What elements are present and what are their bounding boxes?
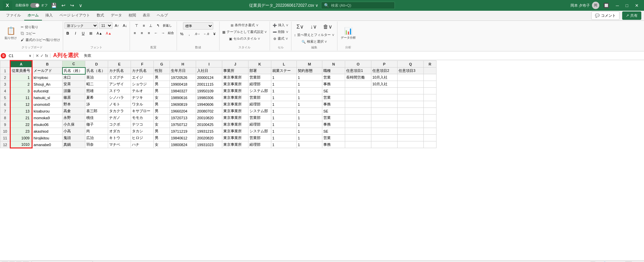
cell-r5-c12[interactable]: 1	[271, 94, 297, 101]
cell-r8-c17[interactable]	[398, 115, 424, 121]
format-painter-button[interactable]: 🖌 書式のコピー/貼り付け	[19, 37, 61, 43]
cell-r2-c10[interactable]: 東京事業所	[222, 74, 248, 81]
col-header-A[interactable]: A	[10, 61, 32, 68]
minimize-button[interactable]: ─	[613, 2, 622, 9]
cell-r2-c8[interactable]: 19720526	[170, 74, 196, 81]
currency-button[interactable]: ¥	[211, 31, 218, 37]
cell-r10-c3[interactable]: 小高	[62, 128, 85, 135]
cell-r3-c5[interactable]: アンザイ	[108, 81, 131, 88]
cell-r10-c13[interactable]: 1	[297, 128, 322, 135]
user-avatar[interactable]: 岡	[592, 2, 599, 9]
cell-r9-c1[interactable]: 22	[10, 121, 32, 128]
align-bottom-button[interactable]: ⊥	[147, 22, 154, 29]
col-header-O[interactable]: O	[345, 61, 371, 68]
cell-r4-c6[interactable]: テルオ	[131, 88, 154, 94]
cancel-formula-button[interactable]: ✕	[36, 53, 39, 58]
cell-r10-c9[interactable]: 19931215	[196, 128, 222, 135]
cell-r3-c15[interactable]	[345, 81, 371, 88]
sheet-tab-main[interactable]: 従業員データ_20220606172027	[31, 261, 93, 262]
cell-r4-c18[interactable]	[424, 88, 436, 94]
cell-r8-c12[interactable]: 1	[271, 115, 297, 121]
paste-button[interactable]: 📋 貼り付け	[3, 25, 19, 42]
cell-r9-c7[interactable]: 女	[154, 121, 170, 128]
cell-r8-c13[interactable]: 1	[297, 115, 322, 121]
cell-r4-c4[interactable]: 照雄	[85, 88, 108, 94]
cell-r10-c11[interactable]: システム部	[248, 128, 271, 135]
col-header-D[interactable]: D	[85, 61, 108, 68]
cell-r12-c11[interactable]: 経理部	[248, 141, 271, 148]
font-size-select[interactable]: 11	[99, 22, 112, 29]
cell-r9-c6[interactable]: テツコ	[131, 121, 154, 128]
row-header-9[interactable]: 9	[0, 121, 10, 128]
cell-r3-c4[interactable]: 昭二	[85, 81, 108, 88]
cell-r2-c2[interactable]: kl=rplosc	[32, 74, 62, 81]
font-shrink-button[interactable]: A↓	[122, 22, 129, 29]
delete-cells-button[interactable]: ➖ 削除 ∨	[271, 29, 290, 35]
cell-r5-c14[interactable]: 営業	[322, 94, 345, 101]
cell-r3-c6[interactable]: ショウジ	[131, 81, 154, 88]
cell-r5-c6[interactable]: ナツキ	[131, 94, 154, 101]
cell-r6-c16[interactable]	[371, 101, 398, 108]
cell-r6-c17[interactable]	[398, 101, 424, 108]
close-button[interactable]: ✕	[632, 2, 641, 9]
cell-r7-c16[interactable]	[371, 108, 398, 115]
find-select-button[interactable]: 🔍 検索と選択 ∨	[300, 39, 329, 45]
comma-button[interactable]: ,	[186, 31, 192, 37]
cell-r10-c15[interactable]	[345, 128, 371, 135]
cell-r7-c17[interactable]	[398, 108, 424, 115]
cell-r7-c9[interactable]: 20080702	[196, 108, 222, 115]
text-direction-button[interactable]: ↰	[154, 22, 161, 29]
cell-r11-c1[interactable]: 1009	[10, 135, 32, 141]
align-center-button[interactable]: ≡	[138, 30, 145, 36]
cell-r12-c14[interactable]: 事務	[322, 141, 345, 148]
cell-r7-c6[interactable]: キサブロー	[131, 108, 154, 115]
sum-button[interactable]: Σ∨	[294, 22, 306, 31]
cell-r4-c2[interactable]: eufuceiqt	[32, 88, 62, 94]
cell-r10-c10[interactable]: 東京事業所	[222, 128, 248, 135]
cell-r8-c7[interactable]: 女	[154, 115, 170, 121]
cell-r4-c16[interactable]	[371, 88, 398, 94]
cell-r7-c15[interactable]	[345, 108, 371, 115]
cell-r1-c12[interactable]: 就業ステー	[271, 68, 297, 74]
cell-r8-c15[interactable]	[345, 115, 371, 121]
cell-r4-c7[interactable]: 男	[154, 88, 170, 94]
row-header-2[interactable]: 2	[0, 74, 10, 81]
cell-r2-c14[interactable]: 営業	[322, 74, 345, 81]
cell-r1-c13[interactable]: 契約形態	[297, 68, 322, 74]
share-button[interactable]: ↗ 共有	[622, 11, 641, 20]
cell-r2-c3[interactable]: 水口	[62, 74, 85, 81]
number-format-select[interactable]: 標準	[183, 22, 213, 30]
cell-r5-c4[interactable]: 夏希	[85, 94, 108, 101]
cell-r2-c16[interactable]: 10月入社	[371, 74, 398, 81]
cell-r11-c8[interactable]: 19840612	[170, 135, 196, 141]
cell-r9-c11[interactable]: 経理部	[248, 121, 271, 128]
cell-r5-c13[interactable]: 1	[297, 94, 322, 101]
cell-r5-c17[interactable]	[398, 94, 424, 101]
cut-button[interactable]: ✂ 切り取り	[19, 24, 61, 30]
font-color-button[interactable]: A▲	[104, 30, 113, 37]
cell-r6-c13[interactable]: 1	[297, 101, 322, 108]
cell-r11-c4[interactable]: 広治	[85, 135, 108, 141]
cell-r11-c17[interactable]	[398, 135, 424, 141]
maximize-button[interactable]: □	[623, 2, 631, 9]
cell-r8-c2[interactable]: momoka9	[32, 115, 62, 121]
row-header-5[interactable]: 5	[0, 94, 10, 101]
cell-r8-c11[interactable]: 営業部	[248, 115, 271, 121]
cell-r3-c16[interactable]: 10月入社	[371, 81, 398, 88]
cell-r8-c5[interactable]: ナガノ	[108, 115, 131, 121]
cell-r9-c5[interactable]: コクボ	[108, 121, 131, 128]
cell-r4-c1[interactable]: 3	[10, 88, 32, 94]
cell-r1-c16[interactable]: 任意項目2	[371, 68, 398, 74]
cell-r1-c15[interactable]: 任意項目1	[345, 68, 371, 74]
cell-r1-c14[interactable]: 職種	[322, 68, 345, 74]
cell-r4-c15[interactable]	[345, 88, 371, 94]
cell-r2-c15[interactable]: 長時間労働	[345, 74, 371, 81]
cell-r3-c18[interactable]	[424, 81, 436, 88]
cell-r1-c18[interactable]	[424, 68, 436, 74]
increase-decimal-button[interactable]: .0→	[193, 31, 201, 37]
cell-r12-c2[interactable]: amanabe0	[32, 141, 62, 148]
tab-insert[interactable]: 挿入	[42, 11, 56, 20]
cell-r1-c11[interactable]: 部署	[248, 68, 271, 74]
cell-r5-c8[interactable]: 19890616	[170, 94, 196, 101]
cell-r7-c4[interactable]: 喜三郎	[85, 108, 108, 115]
